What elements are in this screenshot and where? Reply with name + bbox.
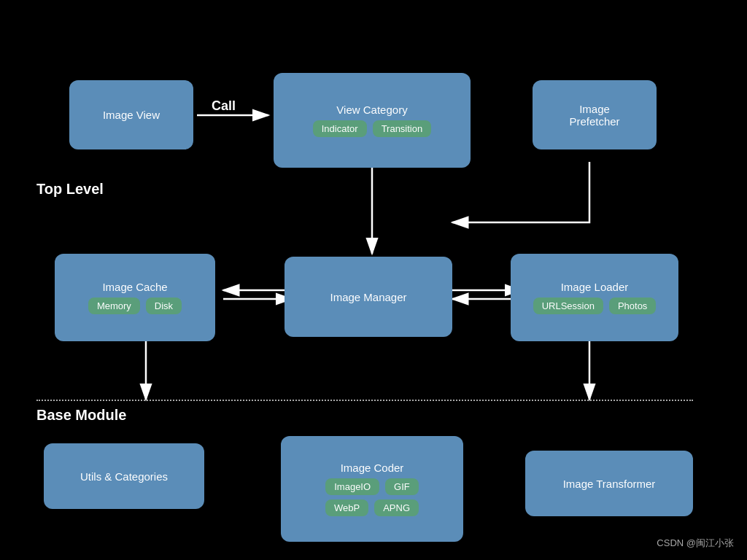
imageio-badge: ImageIO: [325, 478, 379, 495]
image-coder-box: Image Coder ImageIO GIF WebP APNG: [281, 436, 463, 542]
indicator-badge: Indicator: [313, 120, 367, 137]
image-coder-badges-row2: WebP APNG: [325, 499, 419, 516]
image-coder-label: Image Coder: [341, 462, 404, 474]
memory-badge: Memory: [88, 298, 140, 314]
image-loader-box: Image Loader URLSession Photos: [511, 254, 678, 341]
image-loader-label: Image Loader: [561, 281, 629, 293]
urlsession-badge: URLSession: [533, 298, 603, 314]
utils-categories-label: Utils & Categories: [80, 470, 168, 483]
view-category-label: View Category: [336, 104, 407, 116]
image-cache-label: Image Cache: [102, 281, 167, 293]
gif-badge: GIF: [385, 478, 419, 495]
diagram-container: Call Image View View Category Indicator …: [0, 0, 747, 560]
image-coder-badges-row1: ImageIO GIF: [325, 478, 419, 495]
top-level-label: Top Level: [36, 181, 104, 198]
image-transformer-label: Image Transformer: [563, 478, 656, 490]
watermark: CSDN @闽江小张: [657, 537, 734, 550]
dotted-separator: [36, 400, 693, 401]
view-category-badges: Indicator Transition: [313, 120, 431, 137]
call-label: Call: [212, 98, 236, 114]
image-prefetcher-box: Image Prefetcher: [533, 80, 657, 149]
image-cache-box: Image Cache Memory Disk: [55, 254, 215, 341]
image-loader-badges: URLSession Photos: [533, 298, 657, 314]
view-category-box: View Category Indicator Transition: [274, 73, 471, 168]
disk-badge: Disk: [146, 298, 182, 314]
image-view-box: Image View: [69, 80, 193, 149]
base-module-label: Base Module: [36, 407, 126, 424]
image-transformer-box: Image Transformer: [525, 451, 693, 516]
webp-badge: WebP: [325, 499, 368, 516]
apng-badge: APNG: [374, 499, 419, 516]
image-prefetcher-label: Image Prefetcher: [569, 103, 619, 128]
transition-badge: Transition: [373, 120, 432, 137]
image-cache-badges: Memory Disk: [88, 298, 182, 314]
photos-badge: Photos: [609, 298, 656, 314]
image-view-label: Image View: [103, 109, 160, 121]
image-manager-box: Image Manager: [285, 257, 452, 337]
image-manager-label: Image Manager: [330, 291, 406, 303]
utils-categories-box: Utils & Categories: [44, 443, 204, 509]
